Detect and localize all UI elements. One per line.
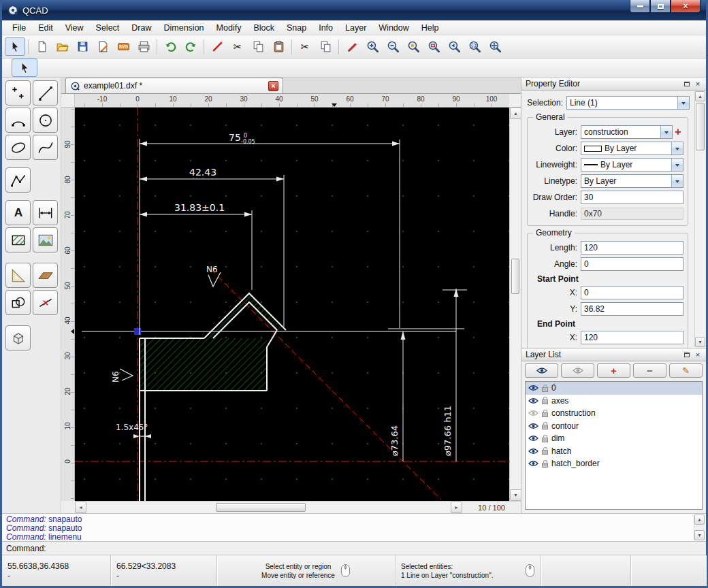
- menu-info[interactable]: Info: [312, 21, 339, 35]
- maximize-button[interactable]: [650, 0, 671, 13]
- scroll-thumb[interactable]: [216, 503, 306, 512]
- length-input[interactable]: 120: [581, 241, 683, 255]
- selection-combo[interactable]: Line (1): [566, 96, 690, 110]
- zoom-out-button[interactable]: [383, 37, 403, 56]
- drawing-canvas[interactable]: 75 0 -0.05 42.43 31.83±0.1 1.5x45° ⌀73.6…: [75, 108, 509, 501]
- layer-visible-icon[interactable]: [528, 423, 538, 429]
- scroll-thumb[interactable]: [511, 259, 519, 294]
- tool-point-button[interactable]: [5, 80, 31, 105]
- close-button[interactable]: ×: [671, 0, 701, 13]
- undo-button[interactable]: [160, 37, 180, 56]
- layer-row[interactable]: construction: [526, 407, 702, 420]
- scroll-up-button[interactable]: ▲: [510, 108, 521, 119]
- draw-pencil-button[interactable]: [342, 37, 362, 56]
- delete-button[interactable]: [207, 37, 227, 56]
- cut-button[interactable]: ✂: [227, 37, 248, 56]
- scroll-track[interactable]: [695, 101, 705, 337]
- layer-row[interactable]: hatch: [526, 445, 702, 458]
- close-panel-button[interactable]: ×: [692, 79, 703, 89]
- menu-dimension[interactable]: Dimension: [158, 21, 210, 35]
- new-file-button[interactable]: [31, 37, 52, 56]
- tool-polyline-button[interactable]: [5, 167, 31, 193]
- layer-combo[interactable]: construction: [581, 125, 673, 139]
- select-tool-button[interactable]: [5, 37, 25, 56]
- tool-spline-button[interactable]: [33, 135, 58, 160]
- contour-layer[interactable]: [140, 293, 286, 501]
- command-history[interactable]: Command: snapauto Command: snapauto Comm…: [2, 513, 706, 541]
- layer-visible-icon[interactable]: [528, 460, 538, 467]
- remove-layer-button[interactable]: −: [633, 363, 666, 378]
- chevron-down-icon[interactable]: [671, 175, 683, 187]
- start-y-input[interactable]: 36.82: [581, 302, 683, 316]
- tool-dimension-button[interactable]: [33, 200, 58, 225]
- paste-button[interactable]: [268, 37, 289, 56]
- draw-order-input[interactable]: 30: [581, 191, 683, 204]
- menu-select[interactable]: Select: [90, 21, 126, 35]
- layer-lock-icon[interactable]: [542, 399, 548, 404]
- layer-row[interactable]: dim: [526, 432, 702, 445]
- tool-line-button[interactable]: [33, 80, 58, 105]
- copy-with-reference-button[interactable]: [315, 37, 336, 56]
- tool-ellipse-button[interactable]: [5, 135, 31, 160]
- chevron-down-icon[interactable]: [671, 142, 683, 154]
- scroll-track[interactable]: [86, 502, 451, 513]
- layer-visible-icon[interactable]: [528, 385, 538, 391]
- layer-visible-icon[interactable]: [528, 435, 538, 442]
- tool-trim-button[interactable]: [33, 290, 58, 315]
- layer-row[interactable]: hatch_border: [526, 457, 702, 470]
- tool-circle-button[interactable]: [33, 108, 58, 133]
- menu-window[interactable]: Window: [372, 21, 415, 35]
- menu-view[interactable]: View: [59, 21, 90, 35]
- undock-panel-button[interactable]: [681, 79, 692, 89]
- layer-lock-icon[interactable]: [542, 412, 548, 417]
- scroll-thumb[interactable]: [696, 103, 705, 150]
- command-line[interactable]: Command:: [2, 541, 706, 555]
- auto-zoom-button[interactable]: [403, 37, 423, 56]
- scroll-down-button[interactable]: ▼: [694, 530, 705, 540]
- edit-layer-button[interactable]: ✎: [669, 363, 703, 378]
- color-combo[interactable]: By Layer: [581, 142, 683, 155]
- close-panel-button[interactable]: ×: [692, 350, 703, 360]
- scroll-track[interactable]: [510, 119, 521, 489]
- menu-block[interactable]: Block: [247, 21, 280, 35]
- scroll-down-button[interactable]: ▼: [695, 337, 705, 347]
- save-button[interactable]: [72, 37, 93, 56]
- cut-with-reference-button[interactable]: ✂: [295, 37, 315, 56]
- tool-modify-button[interactable]: [5, 290, 31, 315]
- scroll-track[interactable]: [694, 525, 705, 530]
- start-x-input[interactable]: 0: [581, 286, 683, 299]
- layer-row[interactable]: axes: [526, 395, 702, 408]
- menu-help[interactable]: Help: [415, 21, 445, 35]
- chevron-down-icon[interactable]: [660, 126, 672, 138]
- tool-solid-button[interactable]: [33, 263, 58, 288]
- svg-export-button[interactable]: SVG: [113, 37, 133, 56]
- selection-mode-button[interactable]: [12, 59, 37, 77]
- open-file-button[interactable]: [52, 37, 72, 56]
- lineweight-combo[interactable]: By Layer: [581, 158, 683, 172]
- layer-list-header[interactable]: Layer List ×: [521, 348, 706, 361]
- scroll-right-button[interactable]: ►: [451, 502, 462, 513]
- redo-button[interactable]: [180, 37, 201, 56]
- add-layer-icon[interactable]: +: [673, 126, 683, 138]
- scroll-left-button[interactable]: ◄: [75, 502, 86, 513]
- previous-view-button[interactable]: [444, 37, 464, 56]
- tool-measure-button[interactable]: [5, 263, 31, 288]
- document-tab[interactable]: example01.dxf * ×: [65, 78, 283, 93]
- tool-hatch-button[interactable]: [5, 227, 31, 252]
- linetype-combo[interactable]: By Layer: [581, 174, 683, 188]
- menu-edit[interactable]: Edit: [32, 21, 59, 35]
- zoom-selection-button[interactable]: [423, 37, 444, 56]
- scroll-up-button[interactable]: ▲: [695, 91, 705, 101]
- menu-snap[interactable]: Snap: [280, 21, 312, 35]
- scroll-up-button[interactable]: ▲: [694, 514, 705, 525]
- minimize-button[interactable]: [630, 0, 650, 13]
- show-all-layers-button[interactable]: [525, 363, 558, 378]
- layer-hidden-icon[interactable]: [528, 410, 538, 416]
- print-button[interactable]: [133, 37, 154, 56]
- menu-draw[interactable]: Draw: [125, 21, 157, 35]
- tool-box3d-button[interactable]: [5, 325, 31, 350]
- horizontal-scrollbar[interactable]: ◄ ►: [75, 501, 462, 513]
- layer-lock-icon[interactable]: [542, 450, 548, 455]
- layer-visible-icon[interactable]: [528, 448, 538, 455]
- dimension-layer[interactable]: [140, 139, 467, 461]
